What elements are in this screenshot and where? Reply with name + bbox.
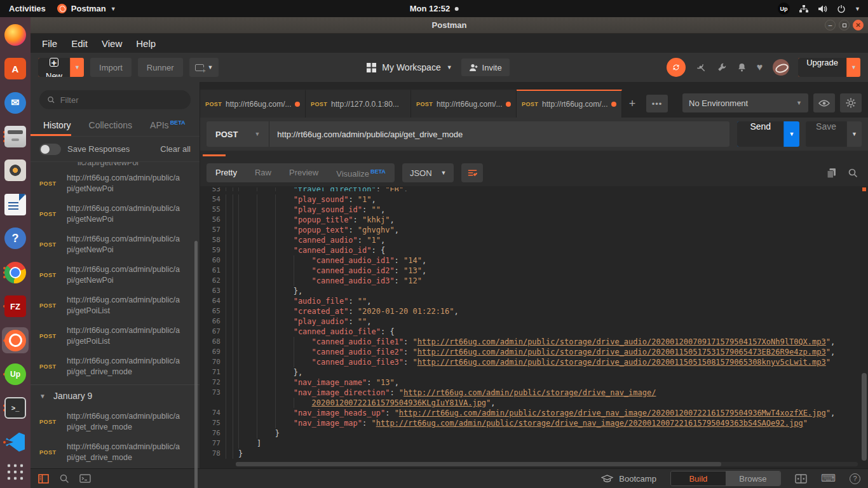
fold-gutter[interactable] [226,205,233,215]
bootcamp-button[interactable]: Bootcamp [601,474,656,484]
clear-all-button[interactable]: Clear all [160,144,191,154]
console-button[interactable] [79,474,91,483]
wrap-text-button[interactable] [461,163,483,182]
toggle-sidebar-button[interactable] [38,474,49,484]
sidebar-scrollbar[interactable] [194,241,198,488]
history-item[interactable]: POSThttp://rt66ug.com/admin/public/api/g… [31,321,200,351]
help-button[interactable]: ? [850,473,860,484]
sync-button[interactable] [667,58,686,77]
browse-tab[interactable]: Browse [726,471,780,485]
save-responses-toggle[interactable] [39,144,61,155]
history-item[interactable]: POSThttp://rt66ug.com/admin/public/api/g… [31,290,200,321]
volume-icon[interactable] [818,4,828,13]
environment-settings-button[interactable] [840,93,862,112]
fold-gutter[interactable] [226,215,233,225]
response-link[interactable]: 202001200722161579504936KLgIuY81VA.jpg [312,398,487,407]
history-item[interactable]: POSThttp://rt66ug.com/admin/public/api/g… [31,351,200,382]
fold-gutter[interactable] [226,438,233,449]
dock-item-libreoffice-writer[interactable] [2,191,29,217]
new-button[interactable]: +New ▼ [38,58,84,77]
fold-gutter[interactable] [226,187,233,191]
dock-item-terminal[interactable] [2,395,29,421]
request-tab[interactable]: POSThttp://rt66ug.com/... [200,90,306,118]
fold-gutter[interactable] [226,306,233,316]
find-button[interactable] [59,473,69,484]
method-select[interactable]: POST▼ [207,121,269,147]
new-tab-button[interactable]: + [622,90,642,118]
send-dropdown[interactable]: ▼ [783,121,799,147]
chevron-down-icon[interactable]: ▼ [855,6,860,12]
settings-button[interactable] [717,62,727,72]
save-button[interactable]: Save ▼ [806,121,862,147]
dock-item-firefox[interactable] [2,22,29,48]
show-applications-icon[interactable] [6,463,25,482]
dock-item-vscode[interactable] [2,429,29,455]
fold-gutter[interactable] [226,327,233,337]
dock-item-filezilla[interactable] [2,293,29,319]
upgrade-dropdown[interactable]: ▼ [846,58,860,77]
title-bar[interactable]: Postman – ✕ [31,17,868,34]
request-tab[interactable]: POSThttp://rt66ug.com/... [411,90,517,118]
fold-gutter[interactable] [226,255,233,266]
fold-gutter[interactable] [226,286,233,296]
dock-item-software[interactable] [2,55,29,81]
fold-gutter[interactable] [226,316,233,327]
menu-edit[interactable]: Edit [71,38,88,49]
sidebar-tab-apis[interactable]: APIsBETA [150,119,185,136]
clock[interactable]: Mon 12:52 [410,4,459,13]
workspace-switcher[interactable]: My Workspace ▼ [367,62,452,72]
fold-gutter[interactable] [226,449,233,459]
menu-help[interactable]: Help [136,38,156,49]
notifications-button[interactable] [737,62,747,72]
save-dropdown[interactable]: ▼ [846,121,862,147]
request-tab[interactable]: POSThttp://127.0.0.1:80... [306,90,411,118]
format-select[interactable]: JSON▼ [402,163,454,182]
new-dropdown[interactable]: ▼ [70,58,84,77]
fold-gutter[interactable] [226,245,233,255]
import-button[interactable]: Import [90,58,132,77]
avatar[interactable] [773,59,789,76]
capture-requests-button[interactable]: ▼ [189,58,219,77]
fold-gutter[interactable] [226,357,233,367]
fold-gutter[interactable] [226,398,233,408]
interceptor-button[interactable]: ♥ [757,62,763,72]
dock-item-rhythmbox[interactable] [2,158,29,184]
history-item[interactable]: POSThttp://rt66ug.com/admin/public/api/g… [31,168,200,199]
request-tab[interactable]: POSThttp://rt66ug.com/... [517,90,622,118]
response-vertical-scrollbar[interactable] [862,187,867,461]
activities-button[interactable]: Activities [9,4,46,13]
build-tab[interactable]: Build [671,471,726,485]
fold-gutter[interactable] [226,276,233,286]
response-link[interactable]: http://rt66ug.com/admin/public/storage/d… [399,409,826,417]
fold-gutter[interactable] [226,347,233,357]
dock-item-files[interactable] [2,123,29,149]
sidebar-tab-history[interactable]: History [31,120,71,136]
maximize-button[interactable] [839,20,850,30]
tab-options-button[interactable]: ••• [646,95,668,112]
history-item[interactable]: POSThttp://rt66ug.com/admin/public/api/g… [31,229,200,260]
response-link[interactable]: http://rt66ug.com/admin/public/storage/d… [376,419,803,428]
view-tab-preview[interactable]: Preview [280,163,327,182]
upgrade-button[interactable]: Upgrade ▼ [798,58,860,77]
history-item[interactable]: POSThttp://rt66ug.com/admin/public/api/g… [31,407,200,437]
fold-gutter[interactable] [226,225,233,235]
close-button[interactable]: ✕ [853,20,864,30]
copy-response-button[interactable] [827,168,836,179]
view-tab-visualize[interactable]: VisualizeBETA [327,162,395,184]
response-link[interactable]: http://rt66ug.com/admin/public/storage/d… [417,348,826,356]
fold-gutter[interactable] [226,266,233,276]
dock-item-thunderbird[interactable] [2,90,29,116]
history-group-header[interactable]: ▼January 9 [31,384,200,407]
network-icon[interactable] [799,4,809,13]
response-link[interactable]: http://rt66ug.com/admin/public/storage/d… [417,337,826,346]
history-item[interactable]: POSThttp://rt66ug.com/admin/public/api/g… [31,437,200,468]
view-tab-pretty[interactable]: Pretty [207,163,246,182]
send-button[interactable]: Send ▼ [737,121,799,147]
response-link[interactable]: http://rt66ug.com/admin/public/storage/d… [403,388,656,397]
invite-button[interactable]: Invite [461,58,510,76]
search-response-button[interactable] [848,168,858,178]
fold-gutter[interactable] [226,418,233,428]
fold-gutter[interactable] [226,388,233,398]
menu-file[interactable]: File [42,38,57,49]
filter-input[interactable] [60,95,183,105]
